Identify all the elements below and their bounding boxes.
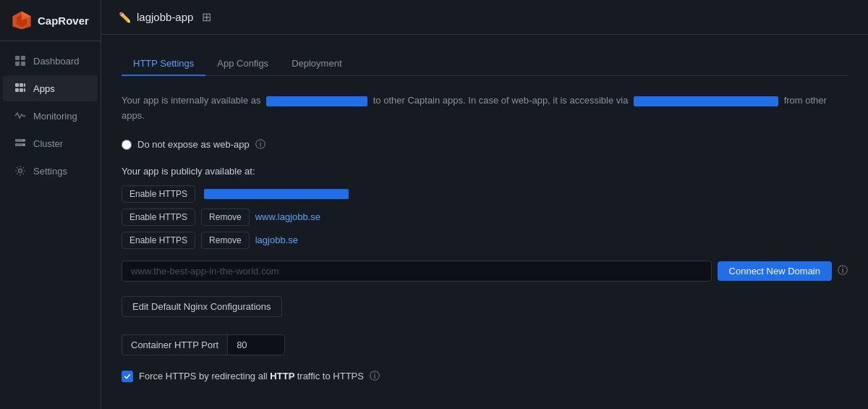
do-not-expose-radio[interactable]: [122, 140, 132, 150]
settings-icon: [14, 165, 26, 177]
sidebar-item-apps[interactable]: Apps: [3, 75, 98, 101]
sidebar-label-settings: Settings: [33, 166, 67, 177]
grid-view-icon[interactable]: ⊞: [202, 10, 211, 24]
publicly-available-label: Your app is publicly available at:: [122, 166, 848, 177]
enable-https-button-3[interactable]: Enable HTTPS: [122, 232, 195, 249]
internal-availability-text: Your app is internally available as to o…: [122, 93, 848, 124]
do-not-expose-info-icon[interactable]: ⓘ: [255, 138, 265, 151]
svg-rect-12: [24, 88, 25, 92]
do-not-expose-label: Do not expose as web-app: [137, 139, 250, 150]
domain-row-1: Enable HTTPS: [122, 185, 848, 203]
redacted-domain-1: [204, 189, 349, 199]
tab-app-configs[interactable]: App Configs: [205, 52, 280, 76]
caprover-logo-icon: [12, 10, 32, 30]
sidebar-item-settings[interactable]: Settings: [3, 158, 98, 184]
main-content: ✏️ lagjobb-app ⊞ HTTP Settings App Confi…: [101, 0, 868, 409]
domain-list: Enable HTTPS Enable HTTPS Remove www.lag…: [122, 185, 848, 249]
svg-point-17: [19, 169, 22, 173]
logo-text: CapRover: [38, 14, 89, 27]
pencil-icon: ✏️: [119, 12, 131, 23]
apps-icon: [14, 83, 26, 94]
remove-domain-button-3[interactable]: Remove: [201, 232, 250, 249]
force-https-checkbox[interactable]: [122, 371, 133, 382]
domain-link-3[interactable]: lagjobb.se: [255, 235, 298, 245]
enable-https-button-2[interactable]: Enable HTTPS: [122, 208, 195, 226]
force-https-label: Force HTTPS by redirecting all HTTP traf…: [139, 371, 364, 381]
domain-row-3: Enable HTTPS Remove lagjobb.se: [122, 232, 848, 249]
svg-rect-3: [15, 56, 20, 60]
connect-domain-info-icon[interactable]: ⓘ: [838, 264, 848, 277]
content-area: HTTP Settings App Configs Deployment You…: [101, 35, 868, 409]
redacted-internal-url: [266, 96, 367, 106]
sidebar-item-cluster[interactable]: Cluster: [3, 130, 98, 156]
svg-point-16: [23, 144, 25, 146]
svg-rect-4: [21, 56, 25, 60]
remove-domain-button-2[interactable]: Remove: [201, 208, 250, 226]
port-input[interactable]: [227, 334, 285, 355]
svg-rect-9: [24, 83, 25, 87]
svg-rect-10: [15, 88, 19, 92]
logo-area: CapRover: [0, 0, 101, 41]
sidebar-label-dashboard: Dashboard: [33, 56, 80, 67]
force-https-row: Force HTTPS by redirecting all HTTP traf…: [122, 370, 848, 383]
port-label: Container HTTP Port: [122, 334, 227, 355]
do-not-expose-row: Do not expose as web-app ⓘ: [122, 138, 848, 151]
redacted-external-url: [634, 96, 778, 106]
svg-rect-8: [20, 83, 23, 87]
checkmark-icon: [124, 373, 131, 380]
connect-new-domain-button[interactable]: Connect New Domain: [718, 261, 832, 281]
port-row: Container HTTP Port: [122, 334, 848, 355]
sidebar-item-dashboard[interactable]: Dashboard: [3, 48, 98, 74]
svg-rect-11: [20, 88, 23, 92]
top-bar: ✏️ lagjobb-app ⊞: [101, 0, 868, 35]
force-https-info-icon[interactable]: ⓘ: [370, 370, 380, 383]
sidebar-label-monitoring: Monitoring: [33, 111, 77, 122]
svg-rect-7: [15, 83, 19, 87]
svg-rect-6: [21, 62, 25, 66]
edit-nginx-button[interactable]: Edit Default Nginx Configurations: [122, 296, 282, 317]
svg-point-15: [23, 140, 25, 141]
domain-row-2: Enable HTTPS Remove www.lagjobb.se: [122, 208, 848, 226]
sidebar-item-monitoring[interactable]: Monitoring: [3, 103, 98, 129]
tab-deployment[interactable]: Deployment: [280, 52, 353, 76]
domain-link-2[interactable]: www.lagjobb.se: [255, 211, 320, 222]
svg-rect-5: [15, 62, 20, 66]
new-domain-input[interactable]: [122, 261, 712, 282]
nginx-row: Edit Default Nginx Configurations: [122, 296, 848, 317]
server-icon: [14, 138, 26, 149]
sidebar-label-apps: Apps: [33, 83, 55, 94]
sidebar: CapRover Dashboard Apps Monitoring: [0, 0, 101, 409]
grid-icon: [14, 55, 26, 67]
activity-icon: [14, 110, 26, 122]
sidebar-nav: Dashboard Apps Monitoring Cluster: [0, 41, 101, 185]
tab-http-settings[interactable]: HTTP Settings: [122, 52, 205, 76]
tab-bar: HTTP Settings App Configs Deployment: [122, 52, 848, 76]
sidebar-label-cluster: Cluster: [33, 138, 63, 149]
connect-domain-row: Connect New Domain ⓘ: [122, 261, 848, 282]
enable-https-button-1[interactable]: Enable HTTPS: [122, 185, 195, 203]
app-name-title: lagjobb-app: [137, 11, 193, 23]
